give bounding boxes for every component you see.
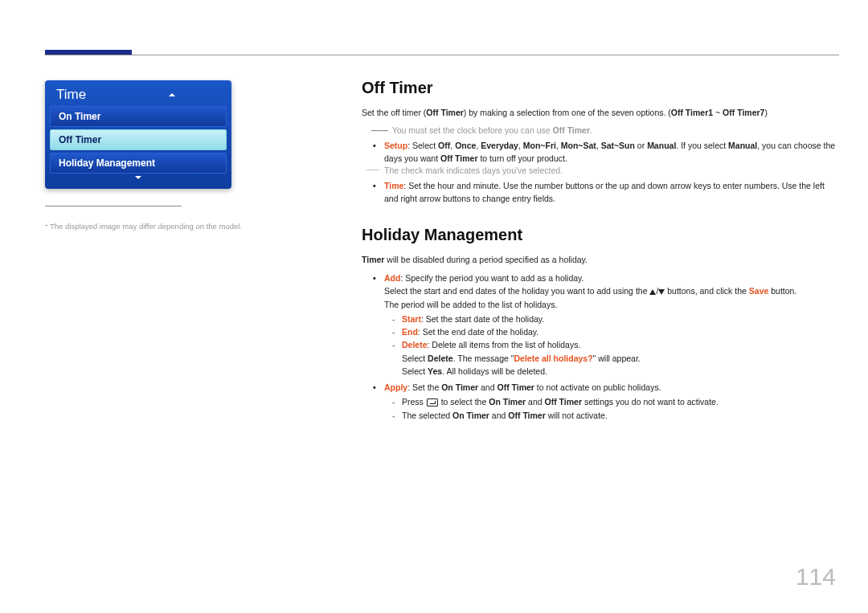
menu-panel: Time On Timer Off Timer Holiday Manageme… (45, 80, 231, 189)
t: and (489, 411, 508, 420)
t: will not activate. (546, 411, 608, 420)
t: will be disabled during a period specifi… (384, 255, 588, 264)
t: Select (402, 366, 428, 376)
apply-sub2: The selected On Timer and Off Timer will… (402, 409, 839, 422)
t: Mon~Fri (523, 141, 556, 150)
setup-bullet: Setup: Select Off, Once, Everyday, Mon~F… (384, 139, 839, 178)
t: Off Timer (553, 125, 590, 135)
t: " will appear. (593, 353, 641, 363)
menu-item-on-timer[interactable]: On Timer (50, 106, 227, 127)
t: Sat~Sun (601, 141, 635, 150)
t: Select the start and end dates of the ho… (384, 286, 649, 296)
chevron-down-icon[interactable] (45, 176, 231, 184)
t: End (402, 327, 418, 337)
t: Off Timer (426, 108, 463, 117)
t: Off Timer7 (723, 108, 764, 117)
delete-line3: Select Yes. All holidays will be deleted… (402, 365, 839, 378)
t: Manual (728, 141, 757, 150)
t: settings you do not want to activate. (582, 397, 719, 407)
apply-sub1: Press to select the On Timer and Off Tim… (402, 395, 839, 408)
t: Off Timer (440, 153, 477, 163)
t: and (526, 397, 544, 407)
menu-items: On Timer Off Timer Holiday Management (45, 106, 231, 174)
menu-title-text: Time (56, 87, 86, 102)
t: Delete all holidays? (514, 353, 593, 363)
t: On Timer (489, 397, 526, 407)
t: : Set the start date of the holiday. (421, 314, 544, 324)
chevron-up-icon[interactable] (169, 93, 175, 96)
t: : Specify the period you want to add as … (400, 273, 583, 283)
t: : Set the end date of the holiday. (418, 327, 538, 337)
apply-bullet: Apply: Set the On Timer and Off Timer to… (384, 381, 839, 422)
t: Delete (402, 340, 428, 349)
t: Off (438, 141, 450, 150)
add-period-line: The period will be added to the list of … (384, 298, 839, 311)
t: buttons, and click the (665, 286, 748, 296)
t: Manual (647, 141, 676, 150)
apply-sub-list: Press to select the On Timer and Off Tim… (402, 395, 839, 422)
t: ) by making a selection from one of the … (464, 108, 671, 117)
checkmark-note: The check mark indicates days you've sel… (384, 165, 839, 178)
t: . (590, 125, 592, 135)
menu-title: Time (45, 80, 231, 106)
model-disclaimer: The displayed image may differ depending… (50, 222, 242, 231)
t: On Timer (441, 382, 478, 392)
add-label: Add (384, 273, 400, 283)
start-sub: Start: Set the start date of the holiday… (402, 313, 839, 325)
off-timer-bullets: Setup: Select Off, Once, Everyday, Mon~F… (384, 139, 839, 206)
t: : Delete all items from the list of holi… (428, 340, 581, 349)
off-timer-intro: Set the off timer (Off Timer) by making … (362, 107, 839, 120)
header-divider (45, 55, 839, 55)
off-timer-clock-note: ―― You must set the clock before you can… (371, 125, 839, 137)
t: . All holidays will be deleted. (442, 366, 547, 376)
t: Press (402, 397, 426, 407)
t: Delete (428, 353, 453, 363)
t: Start (402, 314, 421, 324)
add-sub-list: Start: Set the start date of the holiday… (402, 313, 839, 378)
t: On Timer (452, 411, 489, 420)
t: ) (764, 108, 768, 117)
time-bullet: Time: Set the hour and minute. Use the n… (384, 179, 839, 206)
page-number: 114 (796, 563, 836, 591)
note-divider (45, 206, 182, 206)
delete-sub: Delete: Delete all items from the list o… (402, 338, 839, 378)
save-label: Save (749, 286, 769, 296)
off-timer-heading: Off Timer (362, 79, 839, 97)
menu-item-holiday-management[interactable]: Holiday Management (50, 153, 227, 174)
t: to not activate on public holidays. (534, 382, 661, 392)
t: : Set the hour and minute. Use the numbe… (384, 181, 825, 203)
t: Off Timer (497, 382, 534, 392)
t: : Select (407, 141, 438, 150)
t: Everyday (481, 141, 518, 150)
time-label: Time (384, 181, 403, 190)
setup-label: Setup (384, 141, 407, 150)
holiday-bullets: Add: Specify the period you want to add … (384, 272, 839, 422)
apply-label: Apply (384, 382, 407, 392)
t: : Set the (407, 382, 441, 392)
t: Off Timer1 (671, 108, 713, 117)
holiday-heading: Holiday Management (362, 226, 839, 244)
t: Set the off timer ( (362, 108, 426, 117)
t: . If you select (676, 141, 728, 150)
t: Once (455, 141, 476, 150)
t: and (478, 382, 497, 392)
t: or (635, 141, 647, 150)
add-bullet: Add: Specify the period you want to add … (384, 272, 839, 378)
t: Off Timer (544, 397, 581, 407)
t: Timer (362, 255, 384, 264)
triangle-up-icon (649, 289, 656, 295)
holiday-intro: Timer will be disabled during a period s… (362, 254, 839, 267)
t: Off Timer (508, 411, 545, 420)
add-select-line: Select the start and end dates of the ho… (384, 284, 839, 297)
t: to turn off your product. (478, 153, 567, 163)
t: The selected (402, 411, 452, 420)
content-area: Off Timer Set the off timer (Off Timer) … (362, 79, 839, 427)
t: ~ (713, 108, 723, 117)
t: Yes (428, 366, 442, 376)
delete-line2: Select Delete. The message "Delete all h… (402, 352, 839, 365)
t: Mon~Sat (561, 141, 596, 150)
t: Select (402, 353, 428, 363)
menu-item-off-timer[interactable]: Off Timer (50, 129, 227, 150)
enter-icon (427, 398, 438, 407)
t: button. (768, 286, 796, 296)
